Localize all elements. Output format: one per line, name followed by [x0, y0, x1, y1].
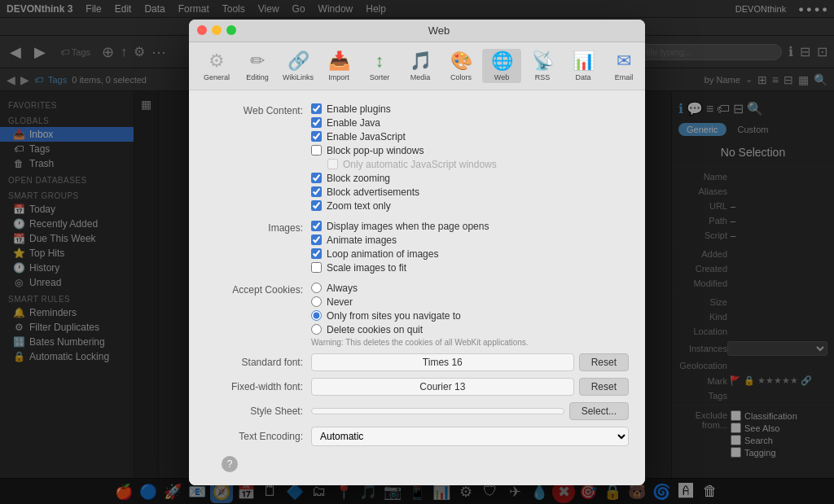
modal-close-button[interactable] [197, 25, 207, 35]
modal-tool-email[interactable]: ✉ Email [604, 49, 643, 83]
modal-title: Web [241, 24, 637, 37]
radio-never: Never [311, 296, 629, 308]
encoding-select-wrapper: Automatic UTF-8 UTF-16 [311, 427, 629, 446]
cookie-warning: Warning: This deletes the cookies of all… [311, 338, 629, 347]
checkbox-auto-js-label: Only automatic JavaScript windows [343, 159, 497, 170]
checkbox-loop-label: Loop animation of images [327, 248, 438, 260]
checkbox-ads-label: Block advertisements [327, 186, 419, 198]
checkbox-animate: Animate images [311, 234, 629, 246]
checkbox-javascript-label: Enable JavaScript [327, 131, 406, 142]
checkbox-javascript: Enable JavaScript [311, 131, 629, 142]
checkbox-auto-js: Only automatic JavaScript windows [327, 159, 629, 170]
cookies-label: Accept Cookies: [205, 283, 311, 296]
colors-label: Colors [450, 73, 472, 81]
import-label: Import [328, 73, 349, 81]
media-label: Media [410, 73, 431, 81]
sorter-icon: ↕ [375, 50, 384, 72]
checkbox-ads: Block advertisements [311, 186, 629, 198]
radio-never-label: Never [327, 296, 353, 308]
modal-tool-wikilinks[interactable]: 🔗 WikiLinks [279, 49, 318, 83]
modal-tool-sorter[interactable]: ↕ Sorter [360, 49, 399, 83]
images-label: Images: [205, 221, 311, 234]
checkbox-animate-label: Animate images [327, 234, 397, 246]
checkbox-scale-input[interactable] [311, 262, 322, 273]
encoding-select[interactable]: Automatic UTF-8 UTF-16 [311, 427, 629, 446]
web-content-label: Web Content: [205, 103, 311, 116]
web-content-section: Web Content: Enable plugins Enable Java … [205, 103, 629, 214]
checkbox-loop-input[interactable] [311, 248, 322, 259]
email-label: Email [615, 73, 634, 81]
modal-help-row: ? [205, 453, 629, 472]
modal-tool-data[interactable]: 📊 Data [564, 49, 603, 83]
std-font-reset-button[interactable]: Reset [579, 353, 629, 371]
checkbox-display-images-input[interactable] [311, 221, 322, 231]
checkbox-zooming-input[interactable] [311, 173, 322, 183]
help-button[interactable]: ? [222, 456, 238, 472]
radio-delete-quit: Delete cookies on quit [311, 324, 629, 335]
editing-label: Editing [246, 73, 269, 81]
modal-minimize-button[interactable] [212, 25, 222, 35]
checkbox-loop: Loop animation of images [311, 248, 629, 260]
stylesheet-row: Style Sheet: Select... [205, 402, 629, 420]
radio-always: Always [311, 283, 629, 294]
fixed-font-reset-button[interactable]: Reset [579, 378, 629, 396]
general-label: General [204, 73, 230, 81]
editing-icon: ✏ [250, 50, 265, 72]
checkbox-zooming-label: Block zooming [327, 173, 390, 184]
checkbox-java: Enable Java [311, 117, 629, 129]
checkbox-java-label: Enable Java [327, 117, 380, 129]
checkbox-javascript-input[interactable] [311, 131, 322, 142]
modal-overlay: Web ⚙ General ✏ Editing 🔗 WikiLinks 📥 Im… [0, 0, 834, 504]
checkbox-animate-input[interactable] [311, 234, 322, 245]
modal-titlebar: Web [189, 20, 645, 42]
radio-delete-quit-label: Delete cookies on quit [327, 324, 423, 335]
modal-tool-import[interactable]: 📥 Import [319, 49, 358, 83]
checkbox-popup-label: Block pop-up windows [327, 145, 424, 156]
stylesheet-select-button[interactable]: Select... [569, 402, 629, 420]
modal-tool-media[interactable]: 🎵 Media [401, 49, 440, 83]
web-content-checkboxes: Enable plugins Enable Java Enable JavaSc… [311, 103, 629, 214]
radio-always-label: Always [327, 283, 358, 294]
colors-icon: 🎨 [450, 50, 472, 72]
checkbox-zoom-text: Zoom text only [311, 200, 629, 212]
stylesheet-display [311, 408, 564, 414]
web-label: Web [494, 73, 509, 81]
radio-from-sites-input[interactable] [311, 310, 322, 321]
encoding-label: Text Encoding: [205, 431, 311, 442]
checkbox-scale-label: Scale images to fit [327, 262, 406, 274]
checkbox-popup-input[interactable] [311, 145, 322, 156]
checkbox-display-images: Display images when the page opens [311, 221, 629, 232]
fixed-font-row: Fixed-width font: Courier 13 Reset [205, 378, 629, 396]
stylesheet-label: Style Sheet: [205, 405, 311, 417]
radio-delete-quit-input[interactable] [311, 324, 322, 335]
media-icon: 🎵 [410, 50, 432, 72]
cookies-section: Accept Cookies: Always Never Only from s… [205, 283, 629, 347]
std-font-label: Standard font: [205, 357, 311, 368]
import-icon: 📥 [328, 50, 350, 72]
modal-zoom-button[interactable] [226, 25, 236, 35]
std-font-display: Times 16 [311, 353, 574, 371]
rss-icon: 📡 [532, 50, 554, 72]
checkbox-popup: Block pop-up windows [311, 145, 629, 156]
checkbox-plugins-label: Enable plugins [327, 103, 391, 115]
data-label: Data [575, 73, 590, 81]
modal-tool-web[interactable]: 🌐 Web [482, 49, 521, 83]
modal-web-content: Web Content: Enable plugins Enable Java … [189, 90, 645, 485]
checkbox-ads-input[interactable] [311, 186, 322, 197]
web-icon: 🌐 [491, 50, 513, 72]
email-icon: ✉ [617, 50, 631, 72]
radio-always-input[interactable] [311, 283, 322, 293]
modal-tool-rss[interactable]: 📡 RSS [523, 49, 562, 83]
fixed-font-label: Fixed-width font: [205, 381, 311, 392]
checkbox-plugins-input[interactable] [311, 103, 322, 114]
modal-toolbar: ⚙ General ✏ Editing 🔗 WikiLinks 📥 Import… [189, 42, 645, 90]
modal-tool-editing[interactable]: ✏ Editing [238, 49, 277, 83]
checkbox-java-input[interactable] [311, 117, 322, 128]
images-checkboxes: Display images when the page opens Anima… [311, 221, 629, 276]
checkbox-zoom-text-input[interactable] [311, 200, 322, 211]
modal-tool-general[interactable]: ⚙ General [197, 49, 236, 83]
radio-from-sites-label: Only from sites you navigate to [327, 310, 461, 322]
radio-never-input[interactable] [311, 296, 322, 307]
modal-tool-colors[interactable]: 🎨 Colors [441, 49, 481, 83]
fixed-font-display: Courier 13 [311, 378, 574, 396]
